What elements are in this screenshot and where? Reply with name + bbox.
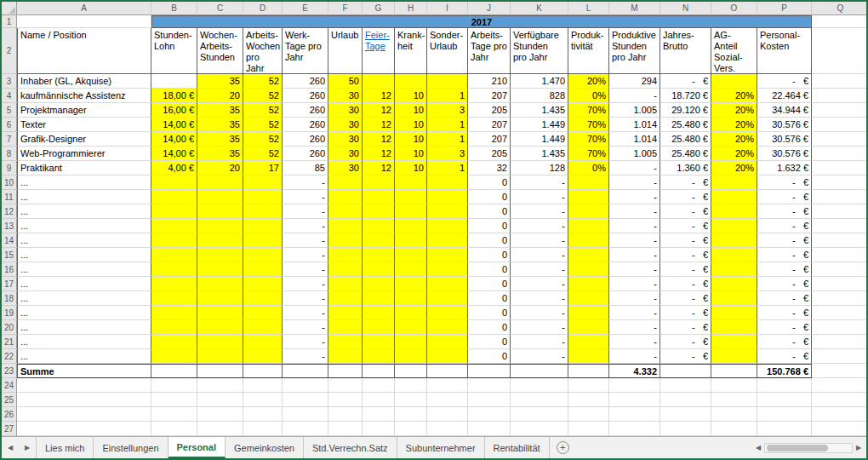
cell-D21[interactable] [243, 335, 283, 349]
cell-G20[interactable] [363, 320, 395, 335]
cell-P27[interactable] [757, 422, 812, 436]
cell-C25[interactable] [197, 393, 243, 407]
cell-D3[interactable]: 52 [243, 74, 283, 89]
cell-E8[interactable]: 260 [283, 147, 328, 161]
row-header-5[interactable]: 5 [2, 103, 17, 118]
cell-J25[interactable] [468, 393, 511, 407]
cell-O11[interactable] [711, 190, 757, 204]
cell-I13[interactable] [427, 219, 468, 233]
cell-N11[interactable]: - € [660, 190, 711, 204]
row-header-19[interactable]: 19 [2, 306, 17, 320]
cell-F9[interactable]: 30 [328, 161, 363, 175]
cell-P12[interactable]: - € [757, 204, 812, 219]
cell-Q18[interactable] [812, 291, 866, 306]
column-header-O[interactable]: O [711, 2, 757, 15]
cell-A24[interactable] [17, 378, 151, 393]
cell-H11[interactable] [395, 190, 427, 204]
cell-I19[interactable] [427, 306, 468, 320]
cell-A26[interactable] [17, 407, 151, 422]
cell-C14[interactable] [197, 233, 243, 248]
column-header-K[interactable]: K [511, 2, 568, 15]
cell-A3[interactable]: Inhaber (GL, Akquise) [17, 74, 151, 89]
cell-P25[interactable] [757, 393, 812, 407]
cell-P17[interactable]: - € [757, 277, 812, 291]
cell-P21[interactable]: - € [757, 335, 812, 349]
cell-N6[interactable]: 25.480 € [660, 118, 711, 132]
row-header-2[interactable]: 2 [2, 28, 17, 74]
cell-J5[interactable]: 205 [468, 103, 511, 118]
cell-B6[interactable]: 14,00 € [151, 118, 197, 132]
cell-A14[interactable]: ... [17, 233, 151, 248]
cell-J8[interactable]: 205 [468, 147, 511, 161]
cell-G14[interactable] [363, 233, 395, 248]
cell-E13[interactable]: - [283, 219, 328, 233]
cell-I25[interactable] [427, 393, 468, 407]
column-header-N[interactable]: N [660, 2, 711, 15]
cell-L20[interactable] [568, 320, 609, 335]
cell-J7[interactable]: 207 [468, 132, 511, 147]
header-cell-F[interactable]: Urlaub [328, 28, 363, 74]
cell-M3[interactable]: 294 [609, 74, 660, 89]
cell-L27[interactable] [568, 422, 609, 436]
cell-K11[interactable]: - [511, 190, 568, 204]
cell-K20[interactable]: - [511, 320, 568, 335]
cell-F5[interactable]: 30 [328, 103, 363, 118]
row-header-26[interactable]: 26 [2, 407, 17, 422]
cell-P26[interactable] [757, 407, 812, 422]
cell-O5[interactable]: 20% [711, 103, 757, 118]
cell-K19[interactable]: - [511, 306, 568, 320]
cell-O13[interactable] [711, 219, 757, 233]
cell-K5[interactable]: 1.435 [511, 103, 568, 118]
cell-F19[interactable] [328, 306, 363, 320]
row-header-8[interactable]: 8 [2, 147, 17, 161]
row-header-24[interactable]: 24 [2, 378, 17, 393]
column-header-G[interactable]: G [363, 2, 395, 15]
cell-Q25[interactable] [812, 393, 866, 407]
header-cell-K[interactable]: Verfügbare Stunden pro Jahr [511, 28, 568, 74]
cell-N18[interactable]: - € [660, 291, 711, 306]
cell-B12[interactable] [151, 204, 197, 219]
header-cell-E[interactable]: Werk- Tage pro Jahr [283, 28, 328, 74]
cell-O24[interactable] [711, 378, 757, 393]
cell-E3[interactable]: 260 [283, 74, 328, 89]
column-header-D[interactable]: D [243, 2, 283, 15]
cell-Q15[interactable] [812, 248, 866, 262]
cell-C7[interactable]: 35 [197, 132, 243, 147]
cell-C17[interactable] [197, 277, 243, 291]
cell-K10[interactable]: - [511, 175, 568, 190]
cell-L21[interactable] [568, 335, 609, 349]
cell-N8[interactable]: 25.480 € [660, 147, 711, 161]
cell-O25[interactable] [711, 393, 757, 407]
cell-O6[interactable]: 20% [711, 118, 757, 132]
cell-E21[interactable]: - [283, 335, 328, 349]
cell-H3[interactable] [395, 74, 427, 89]
cell-G5[interactable]: 12 [363, 103, 395, 118]
cell-P13[interactable]: - € [757, 219, 812, 233]
cell-G21[interactable] [363, 335, 395, 349]
cell-L22[interactable] [568, 349, 609, 364]
cell-L6[interactable]: 70% [568, 118, 609, 132]
cell-D4[interactable]: 52 [243, 89, 283, 103]
cell-H16[interactable] [395, 262, 427, 277]
cell-N10[interactable]: - € [660, 175, 711, 190]
cell-M23[interactable]: 4.332 [609, 364, 660, 378]
header-cell-M[interactable]: Produktive Stunden pro Jahr [609, 28, 660, 74]
cell-J16[interactable]: 0 [468, 262, 511, 277]
cell-O3[interactable] [711, 74, 757, 89]
cell-I17[interactable] [427, 277, 468, 291]
column-header-E[interactable]: E [283, 2, 328, 15]
cell-J10[interactable]: 0 [468, 175, 511, 190]
row-header-10[interactable]: 10 [2, 175, 17, 190]
cell-N26[interactable] [660, 407, 711, 422]
header-cell-C[interactable]: Wochen- Arbeits- Stunden [197, 28, 243, 74]
cell-I8[interactable]: 3 [427, 147, 468, 161]
cell-L7[interactable]: 70% [568, 132, 609, 147]
cell-M20[interactable]: - [609, 320, 660, 335]
cell-P9[interactable]: 1.632 € [757, 161, 812, 175]
cell-E14[interactable]: - [283, 233, 328, 248]
cell-C23[interactable] [197, 364, 243, 378]
cell-M16[interactable]: - [609, 262, 660, 277]
header-cell-B[interactable]: Stunden- Lohn [151, 28, 197, 74]
cell-J20[interactable]: 0 [468, 320, 511, 335]
cell-Q23[interactable] [812, 364, 866, 378]
